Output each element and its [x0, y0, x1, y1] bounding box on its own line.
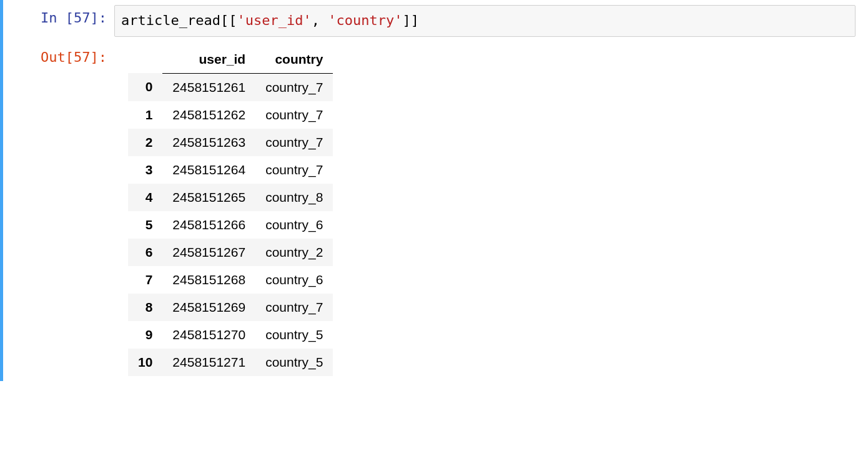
row-index: 6: [128, 239, 162, 266]
cell-country: country_6: [255, 266, 333, 294]
cell-user-id: 2458151264: [162, 156, 255, 184]
row-index: 1: [128, 101, 162, 129]
row-index: 0: [128, 73, 162, 101]
input-prompt: In [57]:: [3, 4, 109, 38]
cell-country: country_5: [255, 321, 333, 349]
table-row: 8 2458151269 country_7: [128, 294, 333, 321]
table-row: 4 2458151265 country_8: [128, 184, 333, 211]
output-area: Out[57]: user_id country 0 2458151261 co…: [3, 41, 868, 381]
cell-country: country_7: [255, 101, 333, 129]
code-token-str1: 'user_id': [237, 12, 311, 28]
table-header-row: user_id country: [128, 46, 333, 74]
cell-user-id: 2458151270: [162, 321, 255, 349]
table-row: 3 2458151264 country_7: [128, 156, 333, 184]
cell-country: country_7: [255, 156, 333, 184]
code-token-open: [[: [220, 12, 237, 28]
dataframe-table: user_id country 0 2458151261 country_7 1…: [128, 46, 333, 376]
cell-user-id: 2458151261: [162, 73, 255, 101]
cell-user-id: 2458151268: [162, 266, 255, 294]
row-index: 10: [128, 349, 162, 376]
cell-country: country_8: [255, 184, 333, 211]
code-token-str2: 'country': [328, 12, 402, 28]
cell-user-id: 2458151263: [162, 129, 255, 156]
output-content: user_id country 0 2458151261 country_7 1…: [109, 43, 868, 379]
table-row: 9 2458151270 country_5: [128, 321, 333, 349]
row-index: 5: [128, 211, 162, 239]
cell-country: country_2: [255, 239, 333, 266]
code-token-close: ]]: [402, 12, 419, 28]
input-area: In [57]: article_read[['user_id', 'count…: [3, 1, 868, 41]
output-prompt: Out[57]:: [3, 43, 109, 379]
cell-country: country_7: [255, 129, 333, 156]
table-corner: [128, 46, 162, 74]
table-row: 5 2458151266 country_6: [128, 211, 333, 239]
col-header-user-id: user_id: [162, 46, 255, 74]
row-index: 8: [128, 294, 162, 321]
cell-country: country_5: [255, 349, 333, 376]
cell-country: country_7: [255, 294, 333, 321]
row-index: 3: [128, 156, 162, 184]
table-row: 10 2458151271 country_5: [128, 349, 333, 376]
cell-user-id: 2458151271: [162, 349, 255, 376]
table-row: 2 2458151263 country_7: [128, 129, 333, 156]
notebook-cell: In [57]: article_read[['user_id', 'count…: [0, 0, 868, 381]
row-index: 4: [128, 184, 162, 211]
table-row: 7 2458151268 country_6: [128, 266, 333, 294]
code-token-comma: ,: [312, 12, 328, 28]
col-header-country: country: [255, 46, 333, 74]
table-row: 1 2458151262 country_7: [128, 101, 333, 129]
cell-user-id: 2458151267: [162, 239, 255, 266]
row-index: 2: [128, 129, 162, 156]
code-input[interactable]: article_read[['user_id', 'country']]: [114, 5, 856, 37]
table-row: 0 2458151261 country_7: [128, 73, 333, 101]
cell-country: country_7: [255, 73, 333, 101]
cell-user-id: 2458151266: [162, 211, 255, 239]
cell-user-id: 2458151269: [162, 294, 255, 321]
cell-user-id: 2458151265: [162, 184, 255, 211]
row-index: 7: [128, 266, 162, 294]
code-line: article_read[['user_id', 'country']]: [121, 12, 419, 28]
cell-country: country_6: [255, 211, 333, 239]
code-token-var: article_read: [121, 12, 220, 28]
table-row: 6 2458151267 country_2: [128, 239, 333, 266]
row-index: 9: [128, 321, 162, 349]
cell-user-id: 2458151262: [162, 101, 255, 129]
